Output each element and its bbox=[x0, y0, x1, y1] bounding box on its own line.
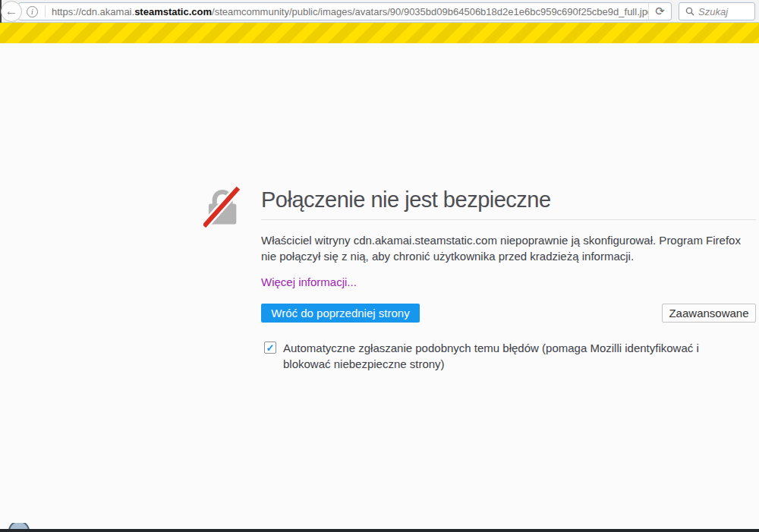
learn-more-link[interactable]: Więcej informacji... bbox=[261, 275, 357, 288]
url-prefix: https://cdn.akamai. bbox=[52, 6, 134, 17]
url-separator bbox=[45, 5, 46, 17]
go-back-button[interactable]: Wróć do poprzedniej strony bbox=[261, 304, 420, 323]
error-page: Połączenie nie jest bezpieczne Właścicie… bbox=[0, 43, 759, 372]
page-info-icon[interactable]: i bbox=[27, 6, 38, 17]
insecure-lock-icon bbox=[203, 185, 243, 228]
search-icon bbox=[685, 7, 694, 16]
back-button[interactable]: ← bbox=[1, 1, 22, 22]
hazard-stripe-banner bbox=[0, 23, 759, 43]
error-description: Właściciel witryny cdn.akamai.steamstati… bbox=[261, 233, 756, 264]
title-divider bbox=[261, 219, 756, 220]
page-title: Połączenie nie jest bezpieczne bbox=[261, 187, 756, 212]
url-text[interactable]: https://cdn.akamai.steamstatic.com/steam… bbox=[52, 6, 648, 17]
url-bar[interactable]: i https://cdn.akamai.steamstatic.com/ste… bbox=[18, 2, 672, 20]
taskbar-bar bbox=[0, 529, 759, 532]
report-error-row: ✓ Automatyczne zgłaszanie podobnych temu… bbox=[261, 340, 756, 372]
search-input[interactable] bbox=[698, 6, 751, 17]
back-icon: ← bbox=[5, 4, 18, 19]
reload-button[interactable]: ⟳ bbox=[648, 3, 671, 20]
browser-toolbar: ← i https://cdn.akamai.steamstatic.com/s… bbox=[0, 0, 759, 23]
report-checkbox-label: Automatyczne zgłaszanie podobnych temu b… bbox=[283, 340, 748, 372]
taskbar-edge bbox=[0, 523, 759, 532]
reload-icon: ⟳ bbox=[655, 5, 665, 18]
report-checkbox[interactable]: ✓ bbox=[264, 342, 276, 354]
search-box[interactable] bbox=[679, 2, 755, 20]
checkmark-icon: ✓ bbox=[266, 342, 275, 354]
advanced-button[interactable]: Zaawansowane bbox=[662, 304, 756, 323]
url-domain: steamstatic.com bbox=[134, 6, 212, 17]
url-path: /steamcommunity/public/images/avatars/90… bbox=[212, 6, 648, 17]
